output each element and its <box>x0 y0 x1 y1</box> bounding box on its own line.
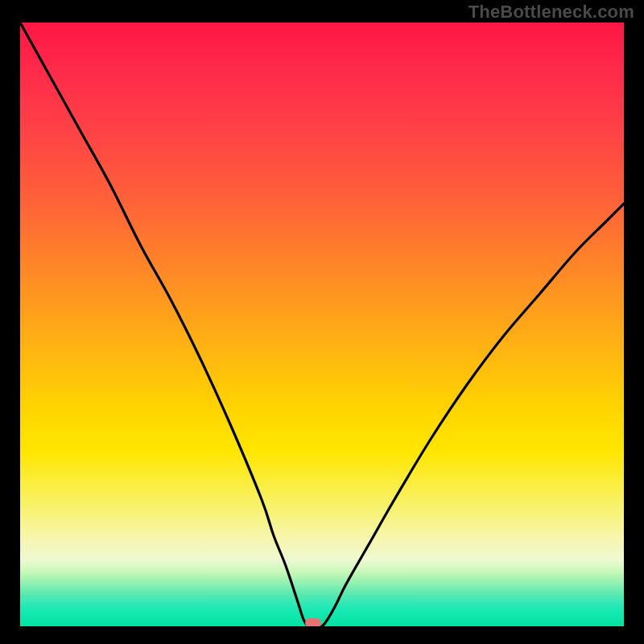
plot-area <box>20 23 624 626</box>
optimum-marker <box>305 618 321 626</box>
attribution-text: TheBottleneck.com <box>469 2 634 23</box>
chart-frame: TheBottleneck.com <box>0 0 644 644</box>
bottleneck-curve <box>20 23 624 626</box>
